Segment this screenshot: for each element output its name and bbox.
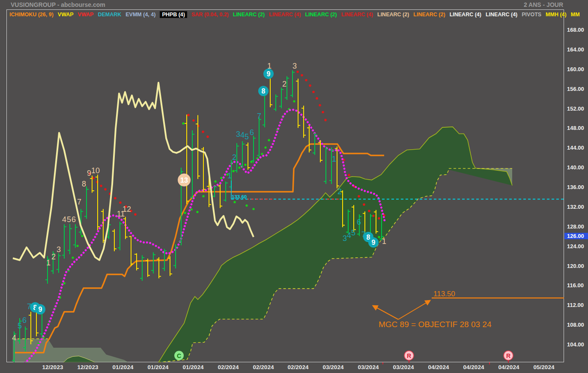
price-axis-label: 148.00 xyxy=(567,125,588,131)
sar-dot-green xyxy=(252,208,254,210)
demark-count-label: 2 xyxy=(282,80,287,88)
sar-dot-green xyxy=(238,167,240,169)
sar-dot-green xyxy=(196,211,198,213)
price-bar xyxy=(62,224,66,259)
demark-count-label: 5 xyxy=(245,132,249,141)
price-bar xyxy=(246,143,250,170)
sar-dot-red xyxy=(322,111,324,114)
sar-dot-green xyxy=(244,164,246,166)
sar-dot-green xyxy=(293,100,295,102)
price-axis[interactable]: 168.00164.00160.00156.00152.00148.00144.… xyxy=(564,9,588,362)
price-bar xyxy=(268,76,272,107)
date-axis-label: 02/2024 xyxy=(246,364,281,370)
sar-dot-red xyxy=(316,97,318,100)
charting-app: VUSIONGROUP - abcbourse.com 2 ANS - JOUR… xyxy=(0,0,588,373)
sar-dot-green xyxy=(182,122,184,124)
objective-arrow-left xyxy=(373,306,398,319)
price-axis-label: 156.00 xyxy=(567,86,588,92)
demark-count-label: 3 xyxy=(236,130,240,138)
date-axis-label: 02/2024 xyxy=(281,364,315,370)
price-bar xyxy=(263,93,267,127)
marker-circle-R: R xyxy=(404,351,414,363)
demark-count-label: 3 xyxy=(293,62,297,70)
sar-dot-red xyxy=(305,79,307,81)
sar-dot-green xyxy=(261,153,263,155)
price-axis-label: 168.00 xyxy=(567,27,588,33)
price-axis-label: 136.00 xyxy=(567,184,588,190)
sar-dot-red xyxy=(206,135,209,138)
demark-count-label: 2 xyxy=(232,153,236,162)
chart-plot-area[interactable]: 1234567891011121234156712345671234567898… xyxy=(0,0,588,373)
price-bar xyxy=(185,114,189,204)
sar-dot-green xyxy=(81,235,83,237)
price-bar xyxy=(84,186,89,219)
price-axis-label: 112.00 xyxy=(567,302,588,308)
price-bar xyxy=(57,253,61,273)
sar-dot-green xyxy=(232,170,234,172)
date-axis-label: 01/2024 xyxy=(141,364,175,370)
price-axis-label: 144.00 xyxy=(567,144,588,151)
sar-dot-green xyxy=(245,205,248,207)
sar-dot-green xyxy=(378,236,380,238)
price-bar xyxy=(290,70,295,97)
price-bar xyxy=(118,222,122,250)
price-bar xyxy=(279,87,284,108)
sar-dot-green xyxy=(63,282,65,284)
sar-dot-red xyxy=(378,217,380,220)
demark-count-label: 3 xyxy=(343,234,347,243)
svg-text:13: 13 xyxy=(180,177,188,184)
price-axis-label: 116.00 xyxy=(567,282,588,289)
sar-dot-green xyxy=(214,180,216,183)
sar-dot-red xyxy=(358,195,360,198)
price-bar xyxy=(151,252,155,273)
demark-count-label: 5 xyxy=(67,215,71,224)
sar-dot-red xyxy=(368,210,370,212)
demark-count-label: 8 xyxy=(82,180,86,188)
price-axis-label: 140.00 xyxy=(567,164,588,171)
price-axis-label: 132.00 xyxy=(567,204,588,210)
marker-circle-9: 9 xyxy=(263,69,274,79)
date-axis[interactable]: 12/202312/202301/202401/202401/202402/20… xyxy=(0,363,588,373)
price-bar xyxy=(140,255,144,281)
demark-count-label: 7 xyxy=(257,112,261,120)
price-axis-label: 120.00 xyxy=(567,263,588,269)
demark-count-label: 1 xyxy=(332,155,336,163)
price-axis-label: 104.00 xyxy=(567,341,588,348)
demark-count-label: 7 xyxy=(77,198,81,206)
price-bar xyxy=(251,136,256,163)
demark-count-label: 9 xyxy=(87,169,91,177)
sar-dot-red xyxy=(92,177,95,179)
price-axis-label: 128.00 xyxy=(567,223,588,230)
price-bar xyxy=(73,224,78,248)
date-axis-label: 04/2024 xyxy=(457,364,491,370)
price-bar xyxy=(274,94,278,111)
date-axis-label: 01/2024 xyxy=(106,364,140,370)
demark-count-label: 6 xyxy=(72,215,76,224)
demark-count-label: 5 xyxy=(351,229,355,237)
current-price-badge: 126.00 xyxy=(564,233,588,239)
sar-dot-red xyxy=(312,91,315,93)
price-bar xyxy=(168,256,172,276)
price-bar xyxy=(129,236,133,266)
date-axis-label: 05/2024 xyxy=(527,364,561,370)
svg-text:9: 9 xyxy=(372,239,376,246)
price-bar xyxy=(296,79,300,128)
date-axis-label: 04/2024 xyxy=(492,364,526,370)
demark-count-label: 6 xyxy=(22,316,27,325)
sar-dot-red xyxy=(301,74,303,77)
demark-count-label: 10 xyxy=(91,166,100,175)
price-bar xyxy=(218,184,222,208)
sar-dot-red xyxy=(119,202,122,204)
date-axis-label: 01/2024 xyxy=(176,364,210,370)
sar-dot-red xyxy=(348,174,350,177)
sar-dot-red xyxy=(309,84,311,87)
demark-count-label: 4 xyxy=(240,131,245,139)
price-bar xyxy=(307,126,311,153)
sar-dot-red xyxy=(187,114,190,117)
demark-count-label: 5 xyxy=(18,322,22,330)
demark-count-label: 12 xyxy=(122,205,131,214)
price-axis-label: 108.00 xyxy=(567,322,588,328)
price-bar xyxy=(335,147,339,189)
demark-count-label: 6 xyxy=(357,218,361,226)
price-bar xyxy=(196,115,200,179)
